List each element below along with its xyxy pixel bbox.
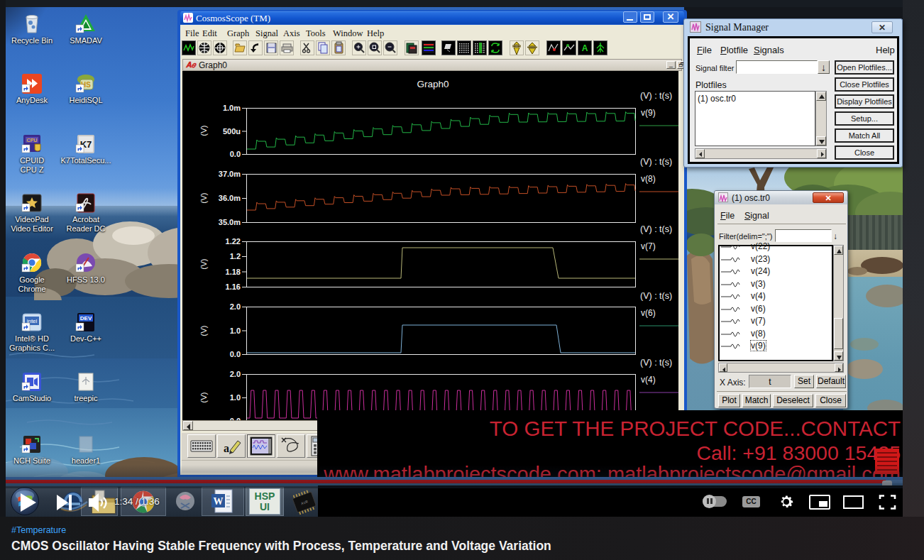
svg-text:W: W [214,496,224,507]
svg-text:v(9): v(9) [641,108,656,118]
svg-text:(V): (V) [199,125,208,136]
svg-text:Graph0: Graph0 [417,79,449,89]
svg-text:1.0: 1.0 [230,393,241,402]
svg-text:(V) : t(s): (V) : t(s) [640,358,672,368]
svg-text:(V): (V) [199,392,208,403]
svg-text:1.16: 1.16 [226,282,241,291]
svg-text:v(7): v(7) [641,241,656,251]
svg-text:(V): (V) [199,192,208,204]
svg-text:v(4): v(4) [641,375,656,385]
svg-text:1.2: 1.2 [230,252,241,260]
svg-text:(V) : t(s): (V) : t(s) [640,291,672,301]
svg-text:A: A [582,43,588,53]
svg-text:2.0: 2.0 [230,370,241,378]
svg-text:1.18: 1.18 [226,268,241,276]
svg-text:36.0m: 36.0m [219,194,241,202]
svg-text:0.0: 0.0 [230,150,241,158]
svg-text:v(8): v(8) [641,174,656,184]
svg-text:(V) : t(s): (V) : t(s) [640,224,672,234]
svg-text:1.0: 1.0 [230,326,241,335]
svg-text:500u: 500u [223,127,241,136]
svg-text:(V) : t(s): (V) : t(s) [640,91,672,101]
svg-text:1.0m: 1.0m [223,104,241,112]
svg-text:35.0m: 35.0m [219,218,241,226]
svg-text:(V) : t(s): (V) : t(s) [640,157,672,167]
svg-text:CPU: CPU [27,138,38,143]
svg-text:a: a [224,442,229,454]
svg-text:0.0: 0.0 [230,350,241,358]
svg-text:(V): (V) [199,258,208,270]
svg-text:(V): (V) [199,325,208,336]
svg-text:DEV: DEV [80,315,92,322]
svg-text:1.22: 1.22 [226,237,241,246]
svg-text:0.0: 0.0 [230,417,241,420]
svg-text:37.0m: 37.0m [219,170,241,178]
svg-text:2.0: 2.0 [230,302,241,311]
svg-text:v(6): v(6) [641,308,656,318]
